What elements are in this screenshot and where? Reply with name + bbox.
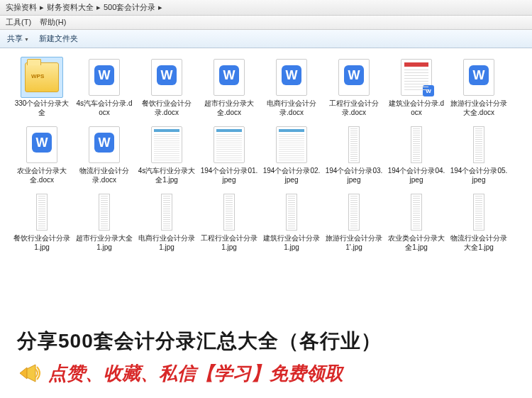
image-icon (99, 194, 110, 231)
file-label: 餐饮行业会计分录.docx (138, 99, 196, 117)
file-item[interactable]: W旅游行业会计分录大全.docx (448, 54, 509, 120)
docx-icon: W (89, 59, 120, 96)
image-icon (411, 194, 422, 231)
share-button[interactable]: 共享 (7, 33, 29, 44)
file-item[interactable]: 旅游行业会计分录1'.jpg (323, 189, 384, 255)
file-label: 194个会计分录04.jpeg (387, 167, 445, 184)
doc-preview-icon: W (401, 59, 432, 96)
breadcrumb-item[interactable]: 财务资料大全 (47, 2, 94, 13)
docx-icon: W (26, 126, 57, 163)
megaphone-icon (17, 360, 43, 386)
file-item[interactable]: 电商行业会计分录1.jpg (136, 189, 197, 255)
image-icon (223, 194, 235, 231)
file-item[interactable]: W超市行业分录大全.docx (199, 54, 260, 120)
chevron-right-icon: ▸ (96, 3, 101, 12)
file-label: 194个会计分录05.jpeg (450, 167, 508, 184)
image-icon (473, 126, 484, 163)
file-item[interactable]: 餐饮行业会计分录1.jpg (11, 189, 72, 255)
promo-banner: 分享500套会计分录汇总大全（各行业） 点赞、收藏、私信【学习】免费领取 (0, 324, 532, 398)
file-item[interactable]: 4s汽车行业分录大全1.jpg (136, 121, 197, 187)
file-label: 工程行业会计分录.docx (325, 99, 383, 117)
file-item[interactable]: W建筑业会计分录.docx (386, 54, 447, 120)
image-icon (151, 126, 182, 163)
image-icon (348, 194, 360, 231)
image-icon (36, 194, 48, 231)
docx-icon: W (151, 59, 182, 96)
file-label: 330个会计分录大全 (13, 99, 71, 117)
breadcrumb-item[interactable]: 500套会计分录 (104, 2, 155, 13)
file-label: 电商行业会计分录.docx (262, 99, 321, 117)
file-label: 建筑业会计分录.docx (387, 99, 445, 117)
file-item[interactable]: 超市行业分录大全1.jpg (74, 189, 135, 255)
file-item[interactable]: 物流行业会计分录大全1.jpg (448, 189, 509, 255)
image-icon (286, 194, 297, 231)
file-label: 工程行业会计分录1.jpg (200, 234, 258, 252)
file-item[interactable]: 农业类会计分录大全1.jpg (386, 189, 447, 255)
file-label: 194个会计分录01.jpeg (200, 167, 258, 184)
docx-icon: W (463, 59, 494, 96)
file-item[interactable]: 工程行业会计分录1.jpg (199, 189, 260, 255)
file-item[interactable]: 194个会计分录05.jpeg (448, 121, 509, 187)
breadcrumb[interactable]: 实操资料 ▸ 财务资料大全 ▸ 500套会计分录 ▸ (0, 0, 532, 16)
breadcrumb-item[interactable]: 实操资料 (6, 2, 37, 13)
promo-title: 分享500套会计分录汇总大全（各行业） (17, 328, 515, 355)
file-item[interactable]: W工程行业会计分录.docx (323, 54, 384, 120)
file-label: 超市行业分录大全1.jpg (75, 234, 133, 252)
file-item[interactable]: 194个会计分录02.jpeg (261, 121, 322, 187)
file-item[interactable]: W4s汽车会计分录.docx (74, 54, 135, 120)
file-label: 物流行业会计分录大全1.jpg (450, 234, 508, 252)
file-label: 4s汽车行业分录大全1.jpg (138, 167, 196, 184)
file-item[interactable]: 建筑行业会计分录1.jpg (261, 189, 322, 255)
file-label: 4s汽车会计分录.docx (75, 99, 133, 117)
file-item[interactable]: 330个会计分录大全 (11, 54, 72, 120)
docx-icon: W (89, 126, 120, 163)
file-item[interactable]: 194个会计分录01.jpeg (199, 121, 260, 187)
chevron-right-icon: ▸ (40, 3, 44, 12)
image-icon (214, 126, 245, 163)
file-item[interactable]: 194个会计分录04.jpeg (386, 121, 447, 187)
file-item[interactable]: W餐饮行业会计分录.docx (136, 54, 197, 120)
image-icon (348, 126, 360, 163)
image-icon (411, 126, 422, 163)
chevron-right-icon: ▸ (158, 3, 162, 12)
file-label: 旅游行业会计分录大全.docx (450, 99, 508, 117)
promo-subtitle: 点赞、收藏、私信【学习】免费领取 (17, 360, 515, 386)
file-item[interactable]: W农业会计分录大全.docx (11, 121, 72, 187)
file-label: 建筑行业会计分录1.jpg (262, 234, 321, 252)
menu-bar: 工具(T) 帮助(H) (0, 16, 532, 30)
file-label: 餐饮行业会计分录1.jpg (13, 234, 71, 252)
image-icon (161, 194, 172, 231)
file-label: 194个会计分录03.jpeg (325, 167, 383, 184)
menu-tools[interactable]: 工具(T) (6, 17, 31, 28)
file-label: 超市行业分录大全.docx (200, 99, 258, 117)
file-item[interactable]: 194个会计分录03.jpeg (323, 121, 384, 187)
file-label: 旅游行业会计分录1'.jpg (325, 234, 383, 252)
file-item[interactable]: W物流行业会计分录.docx (74, 121, 135, 187)
file-label: 194个会计分录02.jpeg (262, 167, 321, 184)
toolbar: 共享 新建文件夹 (0, 30, 532, 48)
menu-help[interactable]: 帮助(H) (40, 17, 66, 28)
file-label: 物流行业会计分录.docx (75, 167, 133, 184)
image-icon (276, 126, 307, 163)
new-folder-button[interactable]: 新建文件夹 (39, 33, 78, 44)
file-label: 农业会计分录大全.docx (13, 167, 71, 184)
docx-icon: W (338, 59, 370, 96)
image-icon (473, 194, 484, 231)
file-item[interactable]: W电商行业会计分录.docx (261, 54, 322, 120)
file-grid[interactable]: 330个会计分录大全W4s汽车会计分录.docxW餐饮行业会计分录.docxW超… (0, 48, 532, 324)
docx-icon: W (214, 59, 245, 96)
folder-icon (25, 62, 59, 92)
file-label: 电商行业会计分录1.jpg (138, 234, 196, 252)
docx-icon: W (276, 59, 307, 96)
file-label: 农业类会计分录大全1.jpg (387, 234, 445, 252)
